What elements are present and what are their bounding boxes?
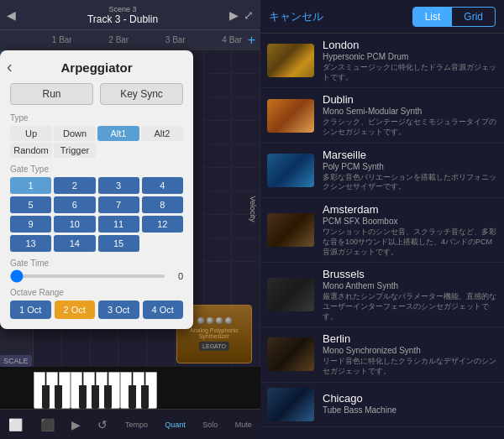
scale-button[interactable]: SCALE <box>0 355 32 367</box>
gate-btn-9[interactable]: 9 <box>10 216 51 233</box>
piano-key-black-2[interactable] <box>55 385 62 409</box>
instrument-item-london[interactable]: London Hypersonic PCM Drum ダンスミュージックに特化し… <box>260 34 504 88</box>
toolbar-stop[interactable]: ⬜ <box>8 418 23 431</box>
legato-button[interactable]: LEGATO <box>199 342 229 351</box>
toolbar-record[interactable]: ⬛ <box>40 418 55 431</box>
instrument-desc-amsterdam: ワンショットのシンセ音、スクラッチ音など、多彩な音を100サウンド以上搭載した、… <box>323 227 497 257</box>
instrument-info-chicago: Chicago Tube Bass Machine <box>323 392 497 416</box>
stop-icon: ⬜ <box>8 418 23 431</box>
grid-view-button[interactable]: Grid <box>452 8 495 26</box>
gate-btn-1[interactable]: 1 <box>10 177 51 194</box>
instrument-thumb-marseille <box>267 154 314 187</box>
instrument-item-marseille[interactable]: Marseille Poly PCM Synth 多彩な音色バリエーションを搭載… <box>260 144 504 198</box>
synth-knob-4 <box>225 317 232 324</box>
instrument-type-marseille: Poly PCM Synth <box>323 162 497 171</box>
instrument-info-london: London Hypersonic PCM Drum ダンスミュージックに特化し… <box>323 39 497 82</box>
gate-btn-15[interactable]: 15 <box>98 235 139 252</box>
instrument-thumb-london <box>267 44 314 77</box>
synth-knob-2 <box>207 317 213 324</box>
arp-run-button[interactable]: Run <box>10 83 93 105</box>
piano-key-black-6[interactable] <box>129 385 136 409</box>
piano-key-black-4[interactable] <box>92 385 99 409</box>
expand-icon[interactable]: ⤢ <box>244 8 254 22</box>
track-header: ◀ Scene 3 Track 3 - Dublin ▶ ⤢ <box>0 0 260 30</box>
arp-type-alt2[interactable]: Alt2 <box>141 126 183 141</box>
instrument-desc-berlin: リード音色に特化したクラシカルなデザインのシンセガジェットです。 <box>323 357 497 376</box>
instrument-name-berlin: Berlin <box>323 332 497 345</box>
toolbar-mute[interactable]: Mute <box>235 421 252 429</box>
piano-keyboard[interactable] <box>0 367 260 409</box>
gate-btn-4[interactable]: 4 <box>142 177 183 194</box>
gate-btn-5[interactable]: 5 <box>10 196 51 213</box>
instrument-item-dublin[interactable]: Dublin Mono Semi-Modular Synth クラシック、ビンテ… <box>260 88 504 143</box>
instrument-name-brussels: Brussels <box>323 268 497 280</box>
cancel-button[interactable]: キャンセル <box>269 9 323 24</box>
instrument-info-brussels: Brussels Mono Anthem Synth 厳選されたシンプルなパラメ… <box>323 268 497 321</box>
gate-type-label: Gate Type <box>10 165 183 174</box>
gate-btn-2[interactable]: 2 <box>54 177 95 194</box>
instrument-type-amsterdam: PCM SFX Boombox <box>323 217 497 226</box>
gate-btn-14[interactable]: 14 <box>54 235 95 252</box>
view-toggle: List Grid <box>412 7 496 27</box>
scene-label: Scene 3 <box>16 5 229 13</box>
piano-key-black-7[interactable] <box>141 385 149 409</box>
gate-btn-3[interactable]: 3 <box>98 177 139 194</box>
play-icon[interactable]: ▶ <box>229 8 239 22</box>
toolbar-tempo[interactable]: Tempo <box>125 421 148 429</box>
solo-label: Solo <box>202 421 218 429</box>
arp-back-button[interactable]: ‹ <box>7 57 13 76</box>
gate-btn-6[interactable]: 6 <box>54 196 95 213</box>
oct-btn-2[interactable]: 2 Oct <box>55 301 96 319</box>
velocity-label: Velocity <box>249 196 257 222</box>
toolbar-play[interactable]: ▶ <box>71 418 81 431</box>
toolbar-loop[interactable]: ↺ <box>97 418 108 431</box>
gate-btn-8[interactable]: 8 <box>142 196 183 213</box>
right-panel: キャンセル List Grid London Hypersonic PCM Dr… <box>260 0 504 439</box>
back-icon[interactable]: ◀ <box>7 8 16 22</box>
arp-type-up[interactable]: Up <box>10 126 52 141</box>
arp-type-grid: Up Down Alt1 Alt2 Random Trigger <box>10 126 183 158</box>
add-bar-icon[interactable]: + <box>248 33 255 48</box>
list-view-button[interactable]: List <box>413 8 453 26</box>
instrument-name-amsterdam: Amsterdam <box>323 203 497 216</box>
instrument-desc-london: ダンスミュージックに特化したドラム音源ガジェットです。 <box>323 63 497 82</box>
instrument-info-marseille: Marseille Poly PCM Synth 多彩な音色バリエーションを搭載… <box>323 149 497 192</box>
gate-slider[interactable] <box>10 274 165 278</box>
instrument-item-berlin[interactable]: Berlin Mono Synchronized Synth リード音色に特化し… <box>260 327 504 382</box>
instrument-item-chicago[interactable]: Chicago Tube Bass Machine <box>260 383 504 427</box>
piano-key-black-5[interactable] <box>104 385 112 409</box>
toolbar-solo[interactable]: Solo <box>202 421 218 429</box>
instrument-info-dublin: Dublin Mono Semi-Modular Synth クラシック、ビンテ… <box>323 93 497 137</box>
octave-range-label: Octave Range <box>10 288 183 297</box>
bar-1-label: 1 Bar <box>34 35 91 44</box>
gate-grid: 1 2 3 4 5 6 7 8 9 10 11 12 13 14 15 <box>10 177 183 252</box>
gate-btn-12[interactable]: 12 <box>142 216 183 233</box>
arp-type-random[interactable]: Random <box>10 143 52 158</box>
oct-btn-1[interactable]: 1 Oct <box>10 301 51 319</box>
left-panel: ◀ Scene 3 Track 3 - Dublin ▶ ⤢ 1 Bar 2 B… <box>0 0 260 439</box>
instrument-item-brussels[interactable]: Brussels Mono Anthem Synth 厳選されたシンプルなパラメ… <box>260 263 504 327</box>
loop-icon: ↺ <box>97 418 108 431</box>
gate-btn-11[interactable]: 11 <box>98 216 139 233</box>
instrument-type-chicago: Tube Bass Machine <box>323 405 497 415</box>
synth-knob-1 <box>197 317 204 324</box>
gate-btn-7[interactable]: 7 <box>98 196 139 213</box>
instrument-thumb-dublin <box>267 99 314 133</box>
gate-btn-13[interactable]: 13 <box>10 235 51 252</box>
arp-type-down[interactable]: Down <box>54 126 96 141</box>
oct-btn-4[interactable]: 4 Oct <box>143 301 184 319</box>
arp-type-trigger[interactable]: Trigger <box>54 143 96 158</box>
mute-label: Mute <box>235 421 252 429</box>
gate-time-label: Gate Time <box>10 259 183 268</box>
bottom-toolbar: ⬜ ⬛ ▶ ↺ Tempo Quant Solo Mute <box>0 409 260 439</box>
oct-btn-3[interactable]: 3 Oct <box>98 301 139 319</box>
toolbar-quant[interactable]: Quant <box>165 421 186 429</box>
arp-keysync-button[interactable]: Key Sync <box>100 83 183 105</box>
instrument-item-amsterdam[interactable]: Amsterdam PCM SFX Boombox ワンショットのシンセ音、スク… <box>260 198 504 263</box>
instrument-name-dublin: Dublin <box>323 93 497 106</box>
arp-type-alt1[interactable]: Alt1 <box>97 126 139 141</box>
arp-title: Arpeggiator <box>10 60 183 75</box>
gate-btn-10[interactable]: 10 <box>54 216 95 233</box>
piano-key-black-3[interactable] <box>79 385 87 409</box>
piano-key-black-1[interactable] <box>42 385 50 409</box>
